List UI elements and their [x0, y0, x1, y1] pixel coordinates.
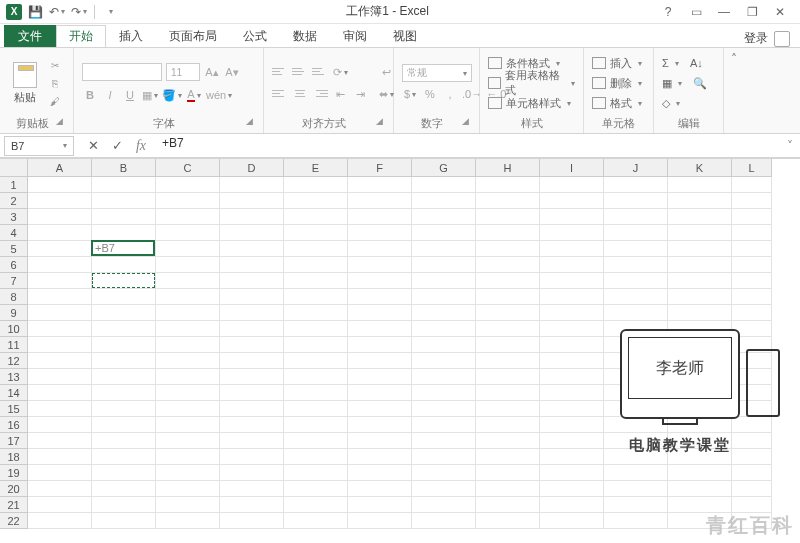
row-header[interactable]: 4 — [0, 225, 28, 241]
cell[interactable] — [28, 449, 92, 465]
qat-customize-icon[interactable]: ▾ — [101, 3, 119, 21]
undo-icon[interactable]: ↶▾ — [48, 3, 66, 21]
cell[interactable] — [284, 241, 348, 257]
font-name-combo[interactable] — [82, 63, 162, 81]
font-launcher-icon[interactable]: ◢ — [246, 116, 253, 126]
phonetic-icon[interactable]: wén▾ — [206, 87, 232, 103]
cell[interactable] — [476, 225, 540, 241]
cell[interactable] — [732, 481, 772, 497]
column-header[interactable]: I — [540, 159, 604, 177]
cell[interactable] — [348, 305, 412, 321]
cell[interactable] — [220, 305, 284, 321]
cell[interactable] — [540, 273, 604, 289]
cell[interactable] — [92, 369, 156, 385]
cell[interactable] — [284, 465, 348, 481]
comma-icon[interactable]: , — [442, 86, 458, 102]
cell[interactable] — [732, 193, 772, 209]
cell[interactable] — [92, 417, 156, 433]
close-icon[interactable]: ✕ — [768, 2, 792, 22]
row-header[interactable]: 1 — [0, 177, 28, 193]
cell[interactable] — [476, 417, 540, 433]
cell[interactable] — [604, 497, 668, 513]
font-size-combo[interactable]: 11 — [166, 63, 200, 81]
row-header[interactable]: 6 — [0, 257, 28, 273]
cell[interactable] — [412, 305, 476, 321]
number-format-combo[interactable]: 常规▾ — [402, 64, 472, 82]
name-box[interactable]: B7▾ — [4, 136, 74, 156]
underline-button[interactable]: U — [122, 87, 138, 103]
bold-button[interactable]: B — [82, 87, 98, 103]
cell[interactable] — [476, 177, 540, 193]
row-header[interactable]: 21 — [0, 497, 28, 513]
minimize-icon[interactable]: — — [712, 2, 736, 22]
cell[interactable] — [284, 481, 348, 497]
cell[interactable] — [668, 193, 732, 209]
decrease-font-icon[interactable]: A▾ — [224, 64, 240, 80]
cell[interactable] — [28, 305, 92, 321]
cell[interactable] — [732, 497, 772, 513]
row-header[interactable]: 3 — [0, 209, 28, 225]
row-header[interactable]: 9 — [0, 305, 28, 321]
cell[interactable] — [28, 177, 92, 193]
column-headers[interactable]: ABCDEFGHIJKL — [28, 159, 772, 177]
cell[interactable] — [92, 177, 156, 193]
delete-cells-button[interactable]: 删除▾ — [592, 74, 642, 92]
cell[interactable] — [156, 337, 220, 353]
wrap-text-icon[interactable]: ↩ — [378, 64, 394, 80]
column-header[interactable]: C — [156, 159, 220, 177]
cell[interactable] — [604, 305, 668, 321]
file-tab[interactable]: 文件 — [4, 25, 56, 47]
cell[interactable] — [156, 241, 220, 257]
cell[interactable] — [220, 417, 284, 433]
align-bottom-icon[interactable] — [312, 64, 328, 78]
cell[interactable] — [28, 241, 92, 257]
cell[interactable] — [284, 449, 348, 465]
format-cells-button[interactable]: 格式▾ — [592, 94, 642, 112]
cell[interactable] — [220, 433, 284, 449]
cell[interactable] — [668, 257, 732, 273]
cell[interactable] — [348, 257, 412, 273]
align-right-icon[interactable] — [312, 86, 328, 100]
cell[interactable] — [284, 417, 348, 433]
cancel-formula-icon[interactable]: ✕ — [84, 137, 102, 155]
cell[interactable] — [412, 401, 476, 417]
cell[interactable] — [156, 417, 220, 433]
cell[interactable] — [220, 241, 284, 257]
cell[interactable] — [604, 513, 668, 529]
row-header[interactable]: 12 — [0, 353, 28, 369]
cell[interactable] — [220, 209, 284, 225]
cell[interactable] — [156, 433, 220, 449]
row-header[interactable]: 8 — [0, 289, 28, 305]
cell[interactable] — [284, 289, 348, 305]
column-header[interactable]: A — [28, 159, 92, 177]
cell[interactable] — [540, 465, 604, 481]
cell[interactable] — [668, 177, 732, 193]
cell[interactable] — [348, 513, 412, 529]
cell[interactable] — [732, 273, 772, 289]
save-icon[interactable]: 💾 — [26, 3, 44, 21]
cell[interactable] — [604, 209, 668, 225]
cell[interactable] — [92, 401, 156, 417]
cell[interactable] — [348, 481, 412, 497]
merge-center-icon[interactable]: ⬌▾ — [378, 86, 394, 102]
spreadsheet-grid[interactable]: ABCDEFGHIJKL 123456789101112131415161718… — [0, 158, 800, 538]
select-all-corner[interactable] — [0, 159, 28, 177]
cell[interactable] — [284, 193, 348, 209]
row-header[interactable]: 7 — [0, 273, 28, 289]
cell-styles-button[interactable]: 单元格样式▾ — [488, 94, 575, 112]
cell[interactable] — [604, 273, 668, 289]
cell[interactable] — [668, 497, 732, 513]
percent-icon[interactable]: % — [422, 86, 438, 102]
cell[interactable] — [732, 209, 772, 225]
tab-data[interactable]: 数据 — [280, 25, 330, 47]
cell[interactable] — [540, 241, 604, 257]
row-header[interactable]: 14 — [0, 385, 28, 401]
cell[interactable] — [476, 337, 540, 353]
cell[interactable] — [540, 209, 604, 225]
restore-icon[interactable]: ❐ — [740, 2, 764, 22]
cell[interactable] — [412, 273, 476, 289]
cell[interactable] — [604, 465, 668, 481]
cell[interactable] — [220, 497, 284, 513]
cell[interactable] — [220, 257, 284, 273]
cell[interactable] — [732, 305, 772, 321]
